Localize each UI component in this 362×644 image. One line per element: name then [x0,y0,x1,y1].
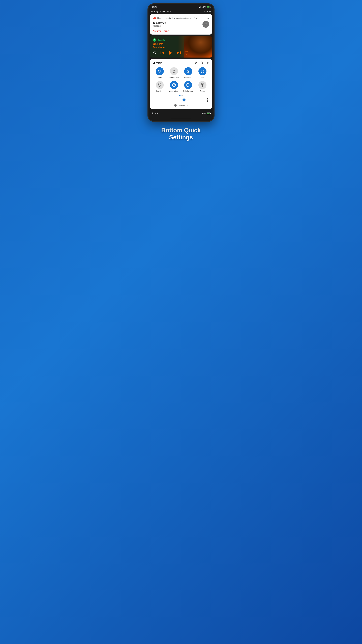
location-tile[interactable]: Location [154,81,166,92]
carrier-label: Virgin [156,62,162,64]
phone-frame: 11:43 80% [147,3,215,122]
svg-rect-0 [199,7,199,8]
svg-line-35 [209,98,209,99]
svg-marker-6 [162,52,164,54]
account-icon[interactable] [200,61,203,64]
sync-label: Sync [200,76,204,78]
dot-1 [179,95,180,96]
next-button[interactable] [177,51,181,54]
location-icon [156,81,164,89]
svg-rect-22 [202,85,203,87]
carrier-signal-icon [152,62,155,64]
svg-point-14 [201,62,202,63]
sync-icon [198,67,206,75]
svg-point-27 [207,99,208,100]
location-label: Location [156,90,163,92]
torch-icon [198,81,206,89]
qs-header: Virgin [152,61,210,64]
auto-rotate-label: Auto-rotate [169,90,178,92]
gmail-avatar: T [202,21,209,28]
nav-pill [171,118,191,118]
nav-bar [148,116,214,121]
archive-button[interactable]: Archive [153,30,161,32]
edit-icon[interactable] [194,61,197,64]
pagination-dots [152,95,210,96]
mobile-data-icon [170,67,178,75]
signal-icon [199,6,201,8]
page-title-section: Bottom Quick Settings [146,122,216,144]
manage-notifications-label[interactable]: Manage notifications [151,10,171,13]
gmail-app-name: Gmail [157,17,162,19]
play-button[interactable] [168,50,173,55]
brightness-icon[interactable] [205,98,210,102]
bluetooth-label: Bluetooth [184,76,192,78]
svg-line-26 [203,83,203,84]
brightness-slider[interactable] [152,100,203,100]
spotify-logo [153,38,156,42]
brightness-row [152,98,210,102]
qs-tiles-row-1: Wi-Fi Mobile data [152,67,210,78]
gmail-dot-separator: • [164,17,164,19]
page-title: Bottom Quick Settings [149,127,213,141]
spotify-notification-card: Spotify Go Flex Post Malone [150,36,212,58]
svg-rect-3 [200,6,201,8]
bottom-battery: 80% [202,112,210,115]
torch-label: Torch [200,90,205,92]
phone-wrapper: 11:43 80% [146,3,216,144]
spotify-app-name: Spotify [158,39,165,41]
svg-marker-9 [177,52,179,54]
wifi-icon [156,67,164,75]
alarm-time: Tue 08:10 [178,104,188,107]
battery-icon [207,6,210,8]
auto-rotate-icon [170,81,178,89]
quick-settings-panel: Virgin [150,59,212,109]
notification-header: Manage notifications Clear all [150,10,212,14]
priority-only-tile[interactable]: Priority only [182,81,194,92]
qs-tiles-row-2: Location Auto-rotate [152,81,210,92]
status-bar: 11:43 80% [148,4,214,9]
bluetooth-tile[interactable]: Bluetooth [182,67,194,78]
svg-line-32 [206,98,206,99]
brightness-thumb[interactable] [183,98,186,102]
mobile-data-tile[interactable]: Mobile data [168,67,180,78]
svg-point-15 [207,62,209,64]
gmail-notification-card: Gmail • tombayleyapps@gmail.com • 9m ⌄ T… [150,14,212,34]
priority-only-icon [184,81,192,89]
time-display: 11:43 [152,6,157,8]
gmail-subject: Meeting [153,25,202,27]
alarm-display: Tue 08:10 [152,104,210,107]
gmail-email: tombayleyapps@gmail.com [166,17,191,19]
auto-rotate-tile[interactable]: Auto-rotate [168,81,180,92]
notification-area: Manage notifications Clear all Gmail [148,9,214,110]
svg-line-33 [209,101,209,101]
gmail-sender: Tom Bayley [153,22,202,24]
svg-rect-1 [199,7,200,8]
svg-line-40 [176,104,176,104]
like-button[interactable] [153,51,157,54]
battery-percentage: 80% [202,6,206,8]
svg-marker-8 [169,51,172,55]
svg-point-17 [159,84,160,85]
reply-button[interactable]: Reply [164,30,169,32]
gmail-collapse-icon[interactable]: ⌄ [207,16,209,20]
dot-2 [182,95,183,96]
svg-rect-18 [172,83,176,87]
spotify-controls [153,50,209,55]
spotify-song-title: Go Flex [153,42,209,46]
svg-point-21 [188,86,188,86]
wifi-tile-label: Wi-Fi [158,76,162,78]
dislike-button[interactable] [185,51,188,55]
spotify-artist-name: Post Malone [153,46,209,48]
settings-icon[interactable] [206,61,210,64]
svg-marker-13 [152,62,155,64]
torch-tile[interactable]: Torch [197,81,208,92]
svg-line-34 [206,101,206,101]
previous-button[interactable] [161,51,164,54]
gmail-card-body: Tom Bayley Meeting T [153,21,209,28]
bluetooth-icon [184,67,192,75]
svg-line-39 [174,104,175,104]
sync-tile[interactable]: Sync [197,67,208,78]
svg-point-16 [159,72,160,72]
wifi-tile[interactable]: Wi-Fi [154,67,166,78]
clear-all-button[interactable]: Clear all [203,10,211,13]
